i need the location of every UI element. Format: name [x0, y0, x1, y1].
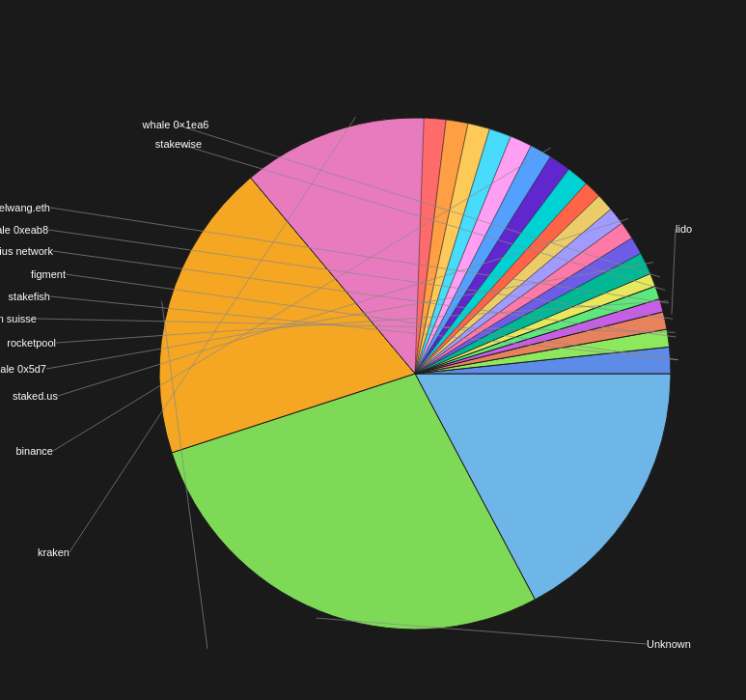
pie-chart: lidoUnknowncoinbasekrakenbinancestaked.u…: [0, 31, 746, 649]
svg-text:whale 0×1ea6: whale 0×1ea6: [142, 119, 209, 130]
svg-text:kraken: kraken: [38, 546, 69, 558]
svg-text:whale 0x5d7: whale 0x5d7: [0, 363, 46, 375]
svg-text:Unknown: Unknown: [647, 638, 691, 649]
svg-text:staked.us: staked.us: [13, 390, 59, 402]
svg-text:figment: figment: [31, 268, 66, 280]
svg-text:danielwang.eth: danielwang.eth: [0, 202, 50, 213]
pie-svg: lidoUnknowncoinbasekrakenbinancestaked.u…: [0, 31, 746, 649]
svg-text:stakefish: stakefish: [9, 291, 50, 302]
chart-container: lidoUnknowncoinbasekrakenbinancestaked.u…: [0, 0, 746, 700]
svg-line-2: [317, 618, 647, 644]
svg-text:stakewise: stakewise: [155, 138, 202, 150]
svg-text:rocketpool: rocketpool: [7, 337, 56, 349]
svg-text:celsius network: celsius network: [0, 245, 53, 257]
svg-text:whale 0xeab8: whale 0xeab8: [0, 224, 48, 236]
svg-text:binance: binance: [15, 445, 53, 457]
svg-line-0: [672, 229, 676, 315]
svg-text:bitcoin suisse: bitcoin suisse: [0, 313, 37, 324]
svg-text:lido: lido: [676, 223, 692, 235]
